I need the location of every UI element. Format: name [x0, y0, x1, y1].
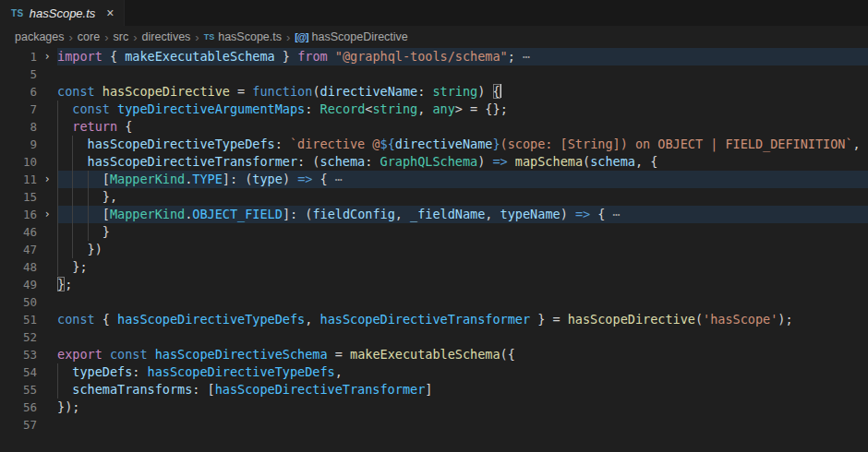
line-number: 15: [0, 188, 37, 206]
code-token: ,: [395, 207, 410, 221]
folded-code-ellipsis[interactable]: ⋯: [605, 207, 620, 221]
tab-label: hasScope.ts: [30, 6, 96, 20]
code-line[interactable]: 55schemaTransforms: [hasScopeDirectiveTr…: [0, 381, 868, 398]
line-number: 54: [0, 363, 37, 381]
code-line[interactable]: 7const typeDirectiveArgumentMaps: Record…: [0, 101, 868, 118]
code-token: (scope: [String]) on OBJECT | FIELD_DEFI…: [500, 137, 853, 151]
code-cell: const { hasScopeDirectiveTypeDefs, hasSc…: [57, 311, 868, 328]
code-token: _fieldName: [410, 207, 485, 221]
typescript-file-icon: TS: [11, 8, 24, 18]
code-token: });: [57, 399, 79, 414]
breadcrumb-item-hasscopedirective[interactable]: [@]hasScopeDirective: [295, 30, 407, 43]
code-token: ,: [417, 101, 432, 116]
code-token: =: [230, 84, 252, 99]
code-line[interactable]: 16›[MapperKind.OBJECT_FIELD]: (fieldConf…: [0, 206, 868, 223]
code-token: [: [102, 172, 110, 186]
code-line[interactable]: 47}): [0, 241, 868, 258]
code-line[interactable]: 56});: [0, 398, 868, 416]
indent-guide: [72, 241, 73, 258]
code-cell: }: [57, 223, 868, 241]
indent-guide: [72, 188, 73, 206]
tab-hasscope[interactable]: TS hasScope.ts ×: [0, 0, 125, 26]
code-token: [508, 154, 515, 169]
line-number: 52: [0, 328, 37, 346]
code-line[interactable]: 52: [0, 328, 868, 346]
code-line[interactable]: 15},: [0, 188, 868, 206]
code-line[interactable]: 10hasScopeDirectiveTransformer: (schema:…: [0, 153, 868, 171]
code-token: hasScopeDirectiveTransformer: [88, 154, 298, 169]
code-line[interactable]: 57: [0, 416, 868, 434]
folded-code-ellipsis[interactable]: ⋯: [328, 172, 343, 186]
code-lines: 1›import { makeExecutableSchema } from "…: [0, 48, 868, 434]
line-number: 49: [0, 276, 37, 293]
code-token: typeDefs: [72, 364, 132, 379]
code-editor[interactable]: 1›import { makeExecutableSchema } from "…: [0, 48, 868, 434]
code-cell: [57, 416, 868, 434]
code-token: ,: [853, 137, 861, 151]
code-token: mapSchema: [515, 154, 583, 169]
code-line[interactable]: 49};: [0, 276, 868, 293]
fold-column: [37, 258, 57, 276]
folded-code-ellipsis[interactable]: ⋯: [515, 49, 530, 64]
code-token: ]: (: [283, 207, 313, 221]
line-number: 9: [0, 136, 37, 153]
code-line[interactable]: 8return {: [0, 118, 868, 136]
code-token: , {: [635, 154, 657, 169]
breadcrumb-item-hasscope.ts[interactable]: TShasScope.ts: [204, 30, 282, 43]
code-line[interactable]: 46}: [0, 223, 868, 241]
code-token: :: [305, 101, 319, 116]
breadcrumb-item-core[interactable]: core: [78, 30, 100, 43]
line-number: 47: [0, 241, 37, 258]
code-cell: };: [57, 258, 868, 276]
code-cell: });: [57, 398, 868, 416]
code-cell: [57, 328, 868, 346]
close-tab-icon[interactable]: ×: [106, 6, 114, 19]
code-line[interactable]: 6const hasScopeDirective = function(dire…: [0, 83, 868, 101]
code-line[interactable]: 48};: [0, 258, 868, 276]
fold-chevron-icon[interactable]: ›: [37, 171, 57, 188]
code-line[interactable]: 54typeDefs: hasScopeDirectiveTypeDefs,: [0, 363, 868, 381]
breadcrumb-item-directives[interactable]: directives: [142, 30, 191, 43]
code-line[interactable]: 11›[MapperKind.TYPE]: (type) => { ⋯: [0, 171, 868, 188]
code-line[interactable]: 53export const hasScopeDirectiveSchema =…: [0, 346, 868, 363]
code-token: );: [778, 312, 792, 327]
breadcrumb: packages›core›src›directives›TShasScope.…: [0, 26, 868, 48]
code-token: ;: [508, 49, 515, 64]
code-token: ): [561, 207, 575, 221]
fold-column: [37, 118, 57, 136]
line-number: 10: [0, 153, 37, 171]
code-line[interactable]: 51const { hasScopeDirectiveTypeDefs, has…: [0, 311, 868, 328]
code-token: :: [132, 364, 147, 379]
code-text: const typeDirectiveArgumentMaps: Record<…: [72, 101, 508, 118]
code-text: },: [102, 188, 117, 206]
indent-guide: [88, 206, 89, 223]
code-cell: typeDefs: hasScopeDirectiveTypeDefs,: [57, 363, 868, 381]
code-cell: hasScopeDirectiveTypeDefs: `directive @$…: [57, 136, 868, 153]
breadcrumb-label: directives: [142, 30, 191, 43]
code-token: =: [328, 347, 350, 362]
code-line[interactable]: 50: [0, 293, 868, 311]
code-line[interactable]: 5: [0, 65, 868, 83]
line-number: 56: [0, 398, 37, 416]
indent-guide: [57, 118, 58, 136]
line-number: 7: [0, 101, 37, 118]
breadcrumb-item-src[interactable]: src: [114, 30, 129, 43]
code-token: typeDirectiveArgumentMaps: [117, 101, 305, 116]
code-token: {: [493, 84, 500, 99]
indent-guide: [57, 223, 58, 241]
breadcrumb-item-packages[interactable]: packages: [15, 30, 65, 43]
fold-column: [37, 363, 57, 381]
text-cursor: [500, 84, 502, 98]
fold-chevron-icon[interactable]: ›: [37, 206, 57, 223]
indent-guide: [88, 188, 89, 206]
fold-column: [37, 398, 57, 416]
breadcrumb-separator: ›: [195, 30, 199, 44]
code-token: GraphQLSchema: [380, 154, 478, 169]
fold-chevron-icon[interactable]: ›: [37, 48, 57, 65]
ts-icon: TS: [204, 32, 215, 42]
code-line[interactable]: 9hasScopeDirectiveTypeDefs: `directive @…: [0, 136, 868, 153]
code-line[interactable]: 1›import { makeExecutableSchema } from "…: [0, 48, 868, 65]
indent-guide: [72, 171, 73, 188]
fold-column: [37, 223, 57, 241]
indent-guide: [57, 381, 58, 398]
